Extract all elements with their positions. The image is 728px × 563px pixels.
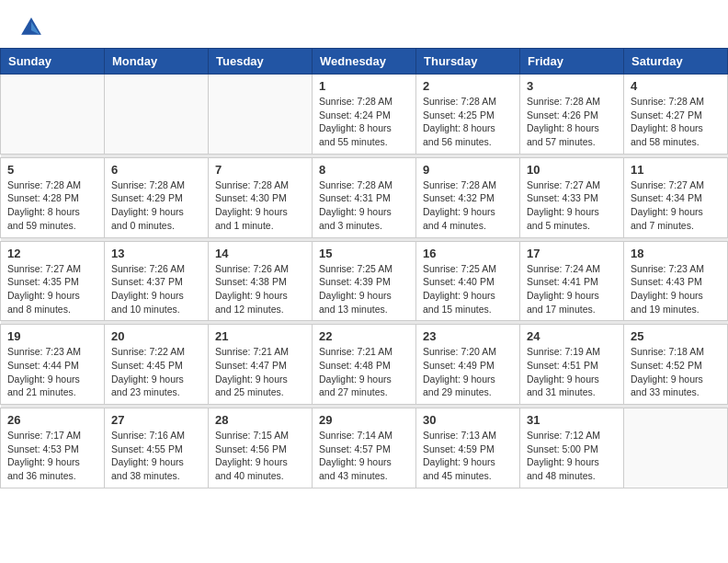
day-number: 8 [319, 163, 409, 177]
day-number: 4 [631, 79, 721, 93]
calendar-cell: 11Sunrise: 7:27 AM Sunset: 4:34 PM Dayli… [624, 157, 728, 237]
day-number: 6 [111, 163, 201, 177]
calendar-cell [105, 75, 209, 155]
day-info: Sunrise: 7:23 AM Sunset: 4:43 PM Dayligh… [631, 262, 721, 316]
calendar-cell: 30Sunrise: 7:13 AM Sunset: 4:59 PM Dayli… [416, 408, 520, 488]
page-header [0, 0, 728, 48]
day-info: Sunrise: 7:20 AM Sunset: 4:49 PM Dayligh… [423, 345, 513, 399]
day-number: 24 [527, 329, 617, 343]
calendar-cell: 10Sunrise: 7:27 AM Sunset: 4:33 PM Dayli… [520, 157, 624, 237]
calendar-week-3: 12Sunrise: 7:27 AM Sunset: 4:35 PM Dayli… [1, 241, 728, 321]
calendar-cell: 18Sunrise: 7:23 AM Sunset: 4:43 PM Dayli… [624, 241, 728, 321]
day-number: 3 [527, 79, 617, 93]
calendar-cell: 17Sunrise: 7:24 AM Sunset: 4:41 PM Dayli… [520, 241, 624, 321]
day-number: 11 [631, 163, 721, 177]
calendar-cell: 12Sunrise: 7:27 AM Sunset: 4:35 PM Dayli… [1, 241, 105, 321]
day-number: 30 [423, 413, 513, 427]
day-of-week-wednesday: Wednesday [313, 49, 416, 75]
calendar-week-1: 1Sunrise: 7:28 AM Sunset: 4:24 PM Daylig… [1, 75, 728, 155]
calendar-cell [624, 408, 728, 488]
day-number: 7 [215, 163, 305, 177]
calendar-week-2: 5Sunrise: 7:28 AM Sunset: 4:28 PM Daylig… [1, 157, 728, 237]
day-number: 17 [527, 247, 617, 260]
day-of-week-saturday: Saturday [624, 49, 728, 75]
day-info: Sunrise: 7:25 AM Sunset: 4:39 PM Dayligh… [319, 262, 409, 316]
day-info: Sunrise: 7:21 AM Sunset: 4:47 PM Dayligh… [215, 345, 305, 399]
day-info: Sunrise: 7:24 AM Sunset: 4:41 PM Dayligh… [527, 262, 617, 316]
calendar-cell: 9Sunrise: 7:28 AM Sunset: 4:32 PM Daylig… [416, 157, 520, 237]
day-number: 10 [527, 163, 617, 177]
calendar-cell: 25Sunrise: 7:18 AM Sunset: 4:52 PM Dayli… [624, 325, 728, 405]
day-info: Sunrise: 7:18 AM Sunset: 4:52 PM Dayligh… [631, 345, 721, 399]
calendar-cell: 15Sunrise: 7:25 AM Sunset: 4:39 PM Dayli… [313, 241, 416, 321]
calendar-cell: 22Sunrise: 7:21 AM Sunset: 4:48 PM Dayli… [313, 325, 416, 405]
calendar-cell: 6Sunrise: 7:28 AM Sunset: 4:29 PM Daylig… [105, 157, 209, 237]
day-number: 9 [423, 163, 513, 177]
day-info: Sunrise: 7:15 AM Sunset: 4:56 PM Dayligh… [215, 429, 305, 483]
day-info: Sunrise: 7:25 AM Sunset: 4:40 PM Dayligh… [423, 262, 513, 316]
calendar-cell: 31Sunrise: 7:12 AM Sunset: 5:00 PM Dayli… [520, 408, 624, 488]
calendar-cell: 3Sunrise: 7:28 AM Sunset: 4:26 PM Daylig… [520, 75, 624, 155]
day-of-week-thursday: Thursday [416, 49, 520, 75]
day-info: Sunrise: 7:13 AM Sunset: 4:59 PM Dayligh… [423, 429, 513, 483]
calendar-cell: 4Sunrise: 7:28 AM Sunset: 4:27 PM Daylig… [624, 75, 728, 155]
calendar-cell: 8Sunrise: 7:28 AM Sunset: 4:31 PM Daylig… [313, 157, 416, 237]
day-info: Sunrise: 7:27 AM Sunset: 4:33 PM Dayligh… [527, 178, 617, 233]
day-info: Sunrise: 7:22 AM Sunset: 4:45 PM Dayligh… [111, 345, 201, 399]
calendar-cell: 5Sunrise: 7:28 AM Sunset: 4:28 PM Daylig… [1, 157, 105, 237]
logo-icon [18, 15, 44, 40]
calendar-table: SundayMondayTuesdayWednesdayThursdayFrid… [0, 48, 728, 488]
calendar-cell: 24Sunrise: 7:19 AM Sunset: 4:51 PM Dayli… [520, 325, 624, 405]
day-info: Sunrise: 7:28 AM Sunset: 4:25 PM Dayligh… [423, 95, 513, 149]
day-number: 19 [7, 329, 97, 343]
day-info: Sunrise: 7:28 AM Sunset: 4:32 PM Dayligh… [423, 178, 513, 233]
calendar-cell: 20Sunrise: 7:22 AM Sunset: 4:45 PM Dayli… [105, 325, 209, 405]
calendar-cell: 1Sunrise: 7:28 AM Sunset: 4:24 PM Daylig… [313, 75, 416, 155]
day-number: 22 [319, 329, 409, 343]
day-number: 1 [319, 79, 409, 93]
calendar-cell: 21Sunrise: 7:21 AM Sunset: 4:47 PM Dayli… [209, 325, 313, 405]
calendar-cell: 23Sunrise: 7:20 AM Sunset: 4:49 PM Dayli… [416, 325, 520, 405]
day-info: Sunrise: 7:28 AM Sunset: 4:28 PM Dayligh… [7, 178, 97, 233]
logo [18, 15, 48, 40]
day-number: 18 [631, 247, 721, 260]
day-number: 23 [423, 329, 513, 343]
day-info: Sunrise: 7:17 AM Sunset: 4:53 PM Dayligh… [7, 429, 97, 483]
day-number: 28 [215, 413, 305, 427]
day-of-week-monday: Monday [105, 49, 209, 75]
day-number: 2 [423, 79, 513, 93]
day-info: Sunrise: 7:28 AM Sunset: 4:27 PM Dayligh… [631, 95, 721, 149]
calendar-cell: 14Sunrise: 7:26 AM Sunset: 4:38 PM Dayli… [209, 241, 313, 321]
day-info: Sunrise: 7:28 AM Sunset: 4:30 PM Dayligh… [215, 178, 305, 233]
day-info: Sunrise: 7:26 AM Sunset: 4:38 PM Dayligh… [215, 262, 305, 316]
day-number: 5 [7, 163, 97, 177]
calendar-week-5: 26Sunrise: 7:17 AM Sunset: 4:53 PM Dayli… [1, 408, 728, 488]
day-info: Sunrise: 7:28 AM Sunset: 4:31 PM Dayligh… [319, 178, 409, 233]
day-info: Sunrise: 7:23 AM Sunset: 4:44 PM Dayligh… [7, 345, 97, 399]
calendar-cell [209, 75, 313, 155]
day-info: Sunrise: 7:27 AM Sunset: 4:35 PM Dayligh… [7, 262, 97, 316]
day-info: Sunrise: 7:26 AM Sunset: 4:37 PM Dayligh… [111, 262, 201, 316]
calendar-cell: 13Sunrise: 7:26 AM Sunset: 4:37 PM Dayli… [105, 241, 209, 321]
day-info: Sunrise: 7:19 AM Sunset: 4:51 PM Dayligh… [527, 345, 617, 399]
calendar-cell: 26Sunrise: 7:17 AM Sunset: 4:53 PM Dayli… [1, 408, 105, 488]
calendar-cell [1, 75, 105, 155]
calendar-body: 1Sunrise: 7:28 AM Sunset: 4:24 PM Daylig… [1, 75, 728, 488]
day-number: 15 [319, 247, 409, 260]
day-number: 29 [319, 413, 409, 427]
calendar-cell: 16Sunrise: 7:25 AM Sunset: 4:40 PM Dayli… [416, 241, 520, 321]
calendar-cell: 27Sunrise: 7:16 AM Sunset: 4:55 PM Dayli… [105, 408, 209, 488]
day-number: 20 [111, 329, 201, 343]
day-info: Sunrise: 7:27 AM Sunset: 4:34 PM Dayligh… [631, 178, 721, 233]
day-info: Sunrise: 7:14 AM Sunset: 4:57 PM Dayligh… [319, 429, 409, 483]
calendar-cell: 2Sunrise: 7:28 AM Sunset: 4:25 PM Daylig… [416, 75, 520, 155]
day-number: 13 [111, 247, 201, 260]
day-info: Sunrise: 7:12 AM Sunset: 5:00 PM Dayligh… [527, 429, 617, 483]
day-info: Sunrise: 7:28 AM Sunset: 4:26 PM Dayligh… [527, 95, 617, 149]
day-number: 27 [111, 413, 201, 427]
calendar-cell: 29Sunrise: 7:14 AM Sunset: 4:57 PM Dayli… [313, 408, 416, 488]
day-info: Sunrise: 7:28 AM Sunset: 4:24 PM Dayligh… [319, 95, 409, 149]
day-number: 14 [215, 247, 305, 260]
day-number: 25 [631, 329, 721, 343]
calendar-cell: 28Sunrise: 7:15 AM Sunset: 4:56 PM Dayli… [209, 408, 313, 488]
